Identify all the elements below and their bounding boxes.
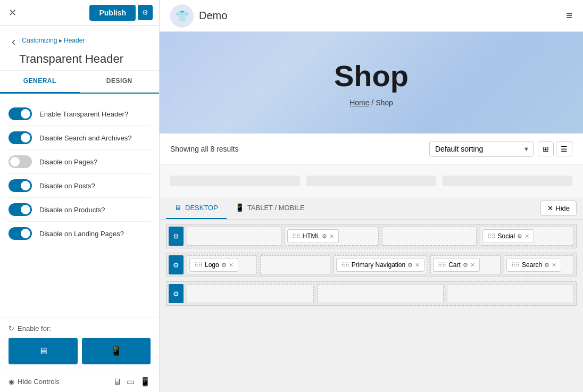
- hamburger-icon[interactable]: ≡: [566, 10, 572, 22]
- builder-section: 🖥 DESKTOP 📱 TABLET / MOBILE ✕ Hide ⚙: [160, 197, 583, 392]
- tab-general[interactable]: GENERAL: [0, 71, 80, 94]
- widget-search: ⠿⠿ Search ⚙ ✕: [506, 258, 561, 272]
- product-placeholder-3: [443, 176, 572, 186]
- toggle-disable-products-label: Disable on Products?: [39, 206, 105, 214]
- builder-row-3: ⚙: [166, 281, 577, 306]
- shop-breadcrumb-home[interactable]: Home: [349, 98, 369, 107]
- shop-results-bar: Showing all 8 results Default sorting So…: [160, 134, 583, 165]
- toggle-disable-search-switch[interactable]: [9, 131, 32, 144]
- widget-logo-settings[interactable]: ⚙: [221, 262, 227, 269]
- row-3-settings-button[interactable]: ⚙: [169, 284, 184, 303]
- tab-design[interactable]: DESIGN: [80, 71, 160, 93]
- desktop-icon: 🖥: [38, 346, 48, 357]
- toggle-enable-transparent: Enable Transparent Header?: [9, 102, 151, 126]
- publish-settings-button[interactable]: ⚙: [138, 5, 153, 20]
- bottom-mobile-icon[interactable]: 📱: [140, 377, 151, 387]
- publish-button[interactable]: Publish: [89, 5, 136, 21]
- widget-cart: ⠿⠿ Cart ⚙ ✕: [433, 258, 480, 272]
- toggle-disable-search-label: Disable Search and Archives?: [39, 134, 131, 142]
- builder-rows: ⚙ ⠿⠿ HTML ⚙ ✕ ⠿⠿ Social ⚙: [160, 220, 583, 310]
- hide-controls-button[interactable]: ◉ Hide Controls: [9, 378, 60, 386]
- publish-area: Publish ⚙: [89, 5, 153, 21]
- row-1-settings-button[interactable]: ⚙: [169, 227, 184, 246]
- view-icons: ⊞ ☰: [538, 141, 572, 156]
- row-2-settings-button[interactable]: ⚙: [169, 255, 184, 274]
- builder-tab-tablet[interactable]: 📱 TABLET / MOBILE: [227, 197, 313, 219]
- mobile-icon: 📱: [110, 345, 122, 357]
- shop-breadcrumb: Home / Shop: [170, 98, 572, 107]
- toggle-disable-pages-switch[interactable]: [9, 155, 32, 168]
- toggle-disable-landing-label: Disable on Landing Pages?: [39, 230, 124, 238]
- breadcrumb-customizing[interactable]: Customizing: [22, 37, 57, 44]
- toggle-disable-posts: Disable on Posts?: [9, 174, 151, 198]
- widget-logo: ⠿⠿ Logo ⚙ ✕: [189, 258, 238, 272]
- widget-social-remove[interactable]: ✕: [524, 233, 529, 240]
- toggle-disable-pages-label: Disable on Pages?: [39, 158, 97, 166]
- sort-dropdown[interactable]: Default sorting Sort by popularity Sort …: [429, 141, 534, 157]
- tablet-tab-label: TABLET / MOBILE: [247, 204, 305, 212]
- hide-builder-button[interactable]: ✕ Hide: [540, 201, 577, 216]
- results-text: Showing all 8 results: [170, 145, 238, 153]
- enable-for-text: Enable for:: [18, 324, 51, 332]
- toggle-disable-landing: Disable on Landing Pages?: [9, 222, 151, 245]
- breadcrumb: Customizing ▸ Header: [22, 37, 85, 44]
- builder-row-2: ⚙ ⠿⠿ Logo ⚙ ✕ ⠿⠿ Primary Navigation ⚙: [166, 253, 577, 277]
- widget-html-settings[interactable]: ⚙: [322, 233, 327, 240]
- bottom-desktop-icon[interactable]: 🖥: [113, 377, 121, 387]
- widget-logo-drag[interactable]: ⠿⠿: [194, 262, 203, 269]
- widget-nav-remove[interactable]: ✕: [415, 262, 420, 269]
- top-bar: ✕ Publish ⚙: [0, 0, 159, 26]
- logo-icon: 👕: [170, 4, 194, 28]
- breadcrumb-header[interactable]: Header: [64, 37, 85, 44]
- widget-logo-remove[interactable]: ✕: [229, 262, 234, 269]
- mobile-device-button[interactable]: 📱: [82, 338, 151, 364]
- toggle-disable-products: Disable on Products?: [9, 198, 151, 222]
- breadcrumb-section: ‹ Customizing ▸ Header Transparent Heade…: [0, 26, 159, 71]
- desktop-tab-label: DESKTOP: [185, 204, 218, 212]
- builder-zone-3-1: [187, 284, 314, 303]
- list-view-button[interactable]: ☰: [556, 141, 572, 156]
- back-button[interactable]: ‹: [9, 34, 19, 50]
- bottom-tablet-icon[interactable]: ▭: [127, 377, 135, 387]
- widget-html-drag[interactable]: ⠿⠿: [292, 233, 301, 240]
- widget-cart-settings[interactable]: ⚙: [463, 262, 468, 269]
- toggle-disable-products-switch[interactable]: [9, 203, 32, 216]
- widget-social-drag[interactable]: ⠿⠿: [487, 233, 496, 240]
- builder-tabs: 🖥 DESKTOP 📱 TABLET / MOBILE ✕ Hide: [160, 197, 583, 220]
- widget-nav-drag[interactable]: ⠿⠿: [341, 262, 349, 269]
- logo-emoji: 👕: [176, 10, 189, 22]
- builder-zone-2-3: ⠿⠿ Primary Navigation ⚙ ✕: [334, 255, 427, 274]
- widget-cart-drag[interactable]: ⠿⠿: [438, 262, 446, 269]
- widget-search-remove[interactable]: ✕: [552, 262, 556, 269]
- builder-tab-desktop[interactable]: 🖥 DESKTOP: [166, 197, 227, 219]
- toggle-enable-transparent-switch[interactable]: [9, 107, 32, 120]
- widget-html-remove[interactable]: ✕: [329, 233, 334, 240]
- widget-social-settings[interactable]: ⚙: [517, 233, 522, 240]
- sorting-area: Default sorting Sort by popularity Sort …: [429, 141, 572, 157]
- widget-nav-settings[interactable]: ⚙: [407, 262, 413, 269]
- builder-zone-2-4: ⠿⠿ Cart ⚙ ✕: [430, 255, 501, 274]
- toggle-disable-posts-switch[interactable]: [9, 179, 32, 192]
- bottom-bar: ◉ Hide Controls 🖥 ▭ 📱: [0, 371, 159, 392]
- widget-html-label: HTML: [303, 232, 320, 240]
- grid-view-button[interactable]: ⊞: [538, 141, 554, 156]
- demo-logo: 👕 Demo: [170, 4, 227, 28]
- bottom-device-icons: 🖥 ▭ 📱: [113, 377, 151, 387]
- builder-tab-group: 🖥 DESKTOP 📱 TABLET / MOBILE: [166, 197, 313, 219]
- widget-search-drag[interactable]: ⠿⠿: [511, 262, 520, 269]
- tablet-tab-icon: 📱: [235, 203, 244, 212]
- widget-search-settings[interactable]: ⚙: [544, 262, 549, 269]
- builder-zone-3-2: [317, 284, 444, 303]
- shop-title: Shop: [170, 59, 572, 93]
- toggle-disable-landing-switch[interactable]: [9, 227, 32, 240]
- widget-cart-remove[interactable]: ✕: [470, 262, 475, 269]
- close-button[interactable]: ✕: [6, 5, 19, 21]
- hide-builder-label: Hide: [555, 204, 570, 212]
- desktop-device-button[interactable]: 🖥: [9, 338, 78, 364]
- demo-title: Demo: [199, 10, 227, 22]
- builder-zone-1-1: [187, 227, 281, 246]
- widget-html: ⠿⠿ HTML ⚙ ✕: [287, 229, 339, 243]
- product-grid-preview: [160, 165, 583, 197]
- hide-builder-icon: ✕: [547, 204, 553, 212]
- shop-hero: Shop Home / Shop: [160, 32, 583, 134]
